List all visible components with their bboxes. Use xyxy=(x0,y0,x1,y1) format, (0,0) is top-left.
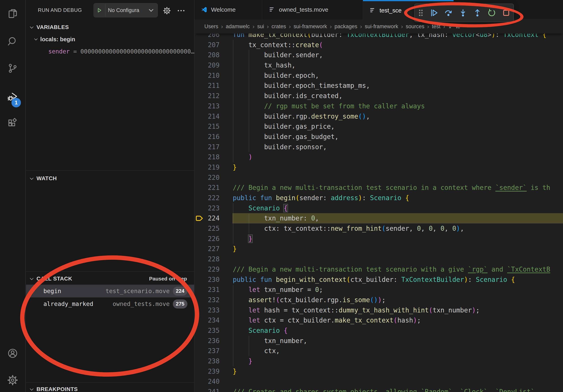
line-number[interactable]: 238 xyxy=(194,356,219,366)
code-line-223[interactable]: 223 Scenario { xyxy=(194,203,563,213)
breakpoints-section-header[interactable]: BREAKPOINTS xyxy=(26,384,194,392)
call-stack-frame-already-marked[interactable]: already_marked owned_tests.move 275 xyxy=(26,298,194,310)
code-line-230[interactable]: 230public fun begin_with_context(ctx_bui… xyxy=(194,274,563,285)
continue-button[interactable] xyxy=(427,5,441,21)
variables-scope-row[interactable]: locals: begin xyxy=(26,34,194,45)
code-line-227[interactable]: 227} xyxy=(194,244,563,254)
line-number[interactable]: 232 xyxy=(194,295,219,305)
line-number[interactable]: 227 xyxy=(194,244,219,254)
activity-run-and-debug[interactable]: 1 xyxy=(0,85,25,108)
code-line-228[interactable]: 228 xyxy=(194,254,563,264)
line-number[interactable]: 235 xyxy=(194,326,219,336)
activity-settings[interactable] xyxy=(0,369,25,392)
line-number[interactable]: 220 xyxy=(194,172,219,183)
activity-explorer[interactable] xyxy=(0,2,25,25)
line-number[interactable]: 225 xyxy=(194,223,219,234)
code-line-221[interactable]: 221/// Begin a new multi-transaction tes… xyxy=(194,183,563,193)
line-number[interactable]: 234 xyxy=(194,315,219,326)
code-line-235[interactable]: 235 Scenario { xyxy=(194,326,563,336)
line-number[interactable]: 229 xyxy=(194,264,219,274)
tab-owned-tests[interactable]: owned_tests.move xyxy=(262,0,363,19)
code-line-231[interactable]: 231 let txn_number = 0; xyxy=(194,285,563,295)
activity-account[interactable] xyxy=(0,342,25,365)
line-number[interactable]: 218 xyxy=(194,152,219,162)
line-number[interactable]: 214 xyxy=(194,111,219,122)
line-number[interactable]: 207 xyxy=(194,40,219,50)
code-line-234[interactable]: 234 let ctx = ctx_builder.make_tx_contex… xyxy=(194,315,563,326)
code-line-215[interactable]: 215 builder.gas_price, xyxy=(194,121,563,132)
code-line-225[interactable]: 225 ctx: tx_context::new_from_hint(sende… xyxy=(194,223,563,234)
line-number[interactable]: 231 xyxy=(194,285,219,295)
line-number[interactable]: 241 xyxy=(194,387,219,392)
start-debug-button[interactable]: No Configura xyxy=(93,3,158,17)
code-line-212[interactable]: 212 builder.ids_created, xyxy=(194,91,563,101)
code-line-240[interactable]: 240 xyxy=(194,376,563,387)
code-line-226[interactable]: 226 } xyxy=(194,234,563,244)
code-line-216[interactable]: 216 builder.gas_budget, xyxy=(194,132,563,142)
line-number[interactable]: 228 xyxy=(194,254,219,264)
debug-settings-button[interactable] xyxy=(161,5,172,16)
tab-welcome[interactable]: Welcome xyxy=(194,0,262,19)
line-number[interactable]: 230 xyxy=(194,274,219,285)
code-line-219[interactable]: 219} xyxy=(194,162,563,172)
line-number[interactable]: 237 xyxy=(194,346,219,356)
indent-guide xyxy=(249,50,249,152)
line-number[interactable]: 222 xyxy=(194,193,219,203)
line-number[interactable]: 216 xyxy=(194,132,219,142)
code-line-238[interactable]: 238 } xyxy=(194,356,563,366)
code-line-213[interactable]: 213 // rgp must be set from the caller a… xyxy=(194,101,563,111)
move-file-icon xyxy=(448,24,454,29)
line-number[interactable]: 221 xyxy=(194,183,219,193)
activity-search[interactable] xyxy=(0,30,25,53)
restart-button[interactable] xyxy=(485,5,499,21)
stop-button[interactable] xyxy=(499,5,513,21)
code-line-239[interactable]: 239} xyxy=(194,366,563,377)
line-number[interactable]: 212 xyxy=(194,91,219,101)
code-line-210[interactable]: 210 builder.epoch, xyxy=(194,70,563,81)
code-line-224[interactable]: 224 txn_number: 0, xyxy=(194,213,563,223)
code-line-236[interactable]: 236 txn_number, xyxy=(194,336,563,346)
code-line-217[interactable]: 217 builder.sponsor, xyxy=(194,142,563,152)
code-line-218[interactable]: 218 ) xyxy=(194,152,563,162)
step-into-button[interactable] xyxy=(456,5,470,21)
variables-section-header[interactable]: VARIABLES xyxy=(26,22,194,33)
code-line-229[interactable]: 229/// Begin a new multi-transaction tes… xyxy=(194,264,563,274)
code-line-220[interactable]: 220 xyxy=(194,172,563,183)
code-line-214[interactable]: 214 builder.rgp.destroy_some(), xyxy=(194,111,563,122)
line-number[interactable]: 213 xyxy=(194,101,219,111)
line-number[interactable]: 223 xyxy=(194,203,219,213)
line-number[interactable]: 209 xyxy=(194,60,219,70)
line-number[interactable]: 226 xyxy=(194,234,219,244)
code-line-211[interactable]: 211 builder.epoch_timestamp_ms, xyxy=(194,80,563,91)
line-number[interactable]: 211 xyxy=(194,80,219,91)
step-over-button[interactable] xyxy=(441,5,456,21)
code-line-232[interactable]: 232 assert!(ctx_builder.rgp.is_some()); xyxy=(194,295,563,305)
variable-row-sender[interactable]: sender = 0000000000000000000000000000000… xyxy=(48,46,194,57)
code-line-233[interactable]: 233 let hash = tx_context::dummy_tx_hash… xyxy=(194,305,563,315)
indent-guide xyxy=(233,40,233,162)
move-file-icon xyxy=(268,6,275,13)
line-number[interactable]: 236 xyxy=(194,336,219,346)
line-number[interactable]: 219 xyxy=(194,162,219,172)
line-number[interactable]: 215 xyxy=(194,121,219,132)
line-number[interactable]: 240 xyxy=(194,376,219,387)
activity-source-control[interactable] xyxy=(0,57,25,80)
code-line-209[interactable]: 209 tx_hash, xyxy=(194,60,563,70)
code-line-241[interactable]: 241/// Creates and shares system objects… xyxy=(194,387,563,392)
line-number[interactable]: 208 xyxy=(194,50,219,60)
code-line-207[interactable]: 207 tx_context::create( xyxy=(194,40,563,50)
line-number[interactable]: 210 xyxy=(194,70,219,81)
step-out-button[interactable] xyxy=(470,5,485,21)
gripper-icon[interactable] xyxy=(415,9,427,17)
line-number[interactable]: 233 xyxy=(194,305,219,315)
line-number[interactable]: 239 xyxy=(194,366,219,377)
code-line-237[interactable]: 237 ctx, xyxy=(194,346,563,356)
code-line-222[interactable]: 222public fun begin(sender: address): Sc… xyxy=(194,193,563,203)
call-stack-section-header[interactable]: CALL STACK Paused on step xyxy=(26,273,194,284)
more-actions-button[interactable] xyxy=(176,5,187,16)
line-number[interactable]: 217 xyxy=(194,142,219,152)
activity-extensions[interactable] xyxy=(0,112,25,135)
code-line-208[interactable]: 208 builder.sender, xyxy=(194,50,563,60)
call-stack-frame-begin[interactable]: begin test_scenario.move 224 xyxy=(26,285,194,298)
watch-section-header[interactable]: WATCH xyxy=(26,173,194,184)
